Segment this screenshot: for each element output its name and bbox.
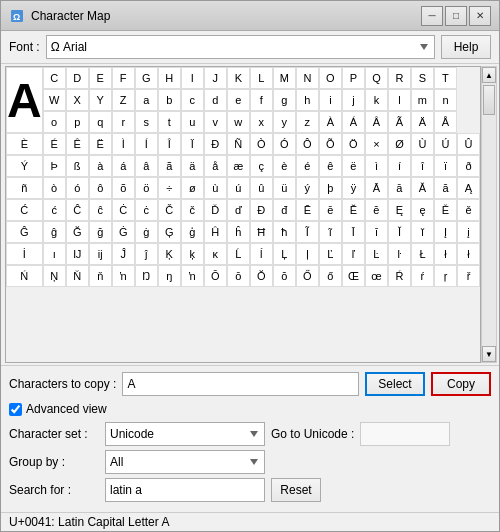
char-cell[interactable]: j (342, 89, 365, 111)
char-cell[interactable]: ē (319, 199, 342, 221)
char-cell[interactable]: d (204, 89, 227, 111)
char-cell[interactable]: È (6, 133, 43, 155)
char-cell[interactable]: ĉ (89, 199, 112, 221)
char-cell[interactable]: p (66, 111, 89, 133)
char-cell[interactable]: ì (365, 155, 388, 177)
char-cell[interactable]: ë (342, 155, 365, 177)
char-cell[interactable]: ĭ (411, 221, 434, 243)
char-cell[interactable]: Ķ (158, 243, 181, 265)
reset-button[interactable]: Reset (271, 478, 321, 502)
char-cell[interactable]: Ł (411, 243, 434, 265)
char-cell[interactable]: Þ (43, 155, 66, 177)
scroll-up-button[interactable]: ▲ (482, 67, 496, 83)
char-cell[interactable]: f (250, 89, 273, 111)
char-cell[interactable]: Į (434, 221, 457, 243)
char-cell[interactable]: Ĳ (66, 243, 89, 265)
char-cell[interactable]: Ĉ (66, 199, 89, 221)
char-cell[interactable]: á (112, 155, 135, 177)
char-cell[interactable]: ù (204, 177, 227, 199)
char-cell[interactable]: ě (457, 199, 480, 221)
char-cell[interactable]: x (250, 111, 273, 133)
char-cell[interactable]: m (411, 89, 434, 111)
char-cell[interactable]: K (227, 67, 250, 89)
char-cell[interactable]: Œ (342, 265, 365, 287)
minimize-button[interactable]: ─ (421, 6, 443, 26)
char-cell[interactable]: Ī (342, 221, 365, 243)
char-cell[interactable]: ā (388, 177, 411, 199)
char-cell[interactable]: P (342, 67, 365, 89)
char-cell[interactable]: Ì (112, 133, 135, 155)
char-cell[interactable]: Ņ (43, 265, 66, 287)
char-cell[interactable]: H (158, 67, 181, 89)
char-cell[interactable]: Ö (342, 133, 365, 155)
scrollbar[interactable]: ▲ ▼ (481, 66, 497, 363)
char-cell[interactable]: Í (135, 133, 158, 155)
char-cell[interactable]: Ô (296, 133, 319, 155)
char-cell[interactable]: Ģ (158, 221, 181, 243)
char-cell[interactable]: į (457, 221, 480, 243)
char-cell[interactable]: Ć (6, 199, 43, 221)
char-cell[interactable]: ŀ (388, 243, 411, 265)
char-cell[interactable]: Ŀ (365, 243, 388, 265)
char-cell[interactable]: E (89, 67, 112, 89)
select-button[interactable]: Select (365, 372, 425, 396)
char-cell[interactable]: g (273, 89, 296, 111)
char-cell[interactable]: Ŕ (388, 265, 411, 287)
char-cell[interactable]: ý (296, 177, 319, 199)
big-a-cell[interactable]: A (6, 67, 43, 133)
char-cell[interactable]: Ñ (227, 133, 250, 155)
char-cell[interactable]: Q (365, 67, 388, 89)
char-cell[interactable]: Ğ (66, 221, 89, 243)
char-cell[interactable]: œ (365, 265, 388, 287)
char-cell[interactable]: r (112, 111, 135, 133)
char-cell[interactable]: u (181, 111, 204, 133)
char-cell[interactable]: Y (89, 89, 112, 111)
char-cell[interactable]: e (227, 89, 250, 111)
char-cell[interactable]: ŕ (411, 265, 434, 287)
char-cell[interactable]: İ (6, 243, 43, 265)
char-cell[interactable]: Č (158, 199, 181, 221)
char-cell[interactable]: Ĩ (296, 221, 319, 243)
char-cell[interactable]: É (43, 133, 66, 155)
scroll-track[interactable] (482, 83, 496, 346)
char-cell[interactable]: ŉ (181, 265, 204, 287)
char-cell[interactable]: Ō (204, 265, 227, 287)
char-cell[interactable]: æ (227, 155, 250, 177)
char-cell[interactable]: å (204, 155, 227, 177)
char-cell[interactable]: ê (319, 155, 342, 177)
char-cell[interactable]: ó (66, 177, 89, 199)
char-cell[interactable]: Ā (365, 177, 388, 199)
char-cell[interactable]: ġ (135, 221, 158, 243)
char-cell[interactable]: J (204, 67, 227, 89)
char-cell[interactable]: M (273, 67, 296, 89)
advanced-view-label[interactable]: Advanced view (26, 402, 107, 416)
char-cell[interactable]: Ë (89, 133, 112, 155)
char-cell[interactable]: ÿ (342, 177, 365, 199)
char-cell[interactable]: Ċ (112, 199, 135, 221)
char-cell[interactable]: ď (227, 199, 250, 221)
maximize-button[interactable]: □ (445, 6, 467, 26)
char-cell[interactable]: ŏ (273, 265, 296, 287)
char-cell[interactable]: ľ (342, 243, 365, 265)
char-cell[interactable]: Ĥ (204, 221, 227, 243)
char-cell[interactable]: é (296, 155, 319, 177)
char-cell[interactable]: â (135, 155, 158, 177)
char-cell[interactable]: v (204, 111, 227, 133)
char-cell[interactable]: G (135, 67, 158, 89)
char-cell[interactable]: Ń (6, 265, 43, 287)
char-cell[interactable]: Ï (181, 133, 204, 155)
char-cell[interactable]: ĕ (365, 199, 388, 221)
char-cell[interactable]: ğ (89, 221, 112, 243)
char-cell[interactable]: ī (365, 221, 388, 243)
char-cell[interactable]: Ď (204, 199, 227, 221)
char-cell[interactable]: ø (181, 177, 204, 199)
char-cell[interactable]: ŉ (112, 265, 135, 287)
char-cell[interactable]: ĵ (135, 243, 158, 265)
char-cell[interactable]: ò (43, 177, 66, 199)
char-cell[interactable]: a (135, 89, 158, 111)
char-cell[interactable]: W (43, 89, 66, 111)
char-cell[interactable]: ļ (296, 243, 319, 265)
char-cell[interactable]: b (158, 89, 181, 111)
char-cell[interactable]: ĸ (204, 243, 227, 265)
char-cell[interactable]: q (89, 111, 112, 133)
